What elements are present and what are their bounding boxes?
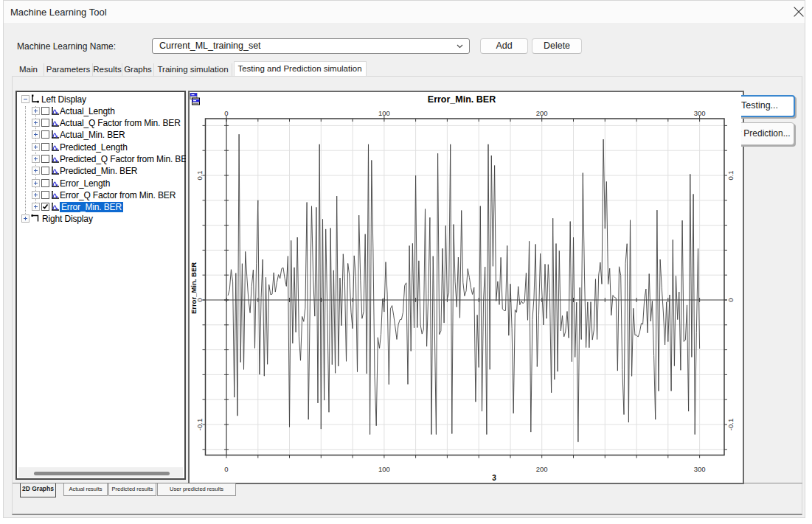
svg-text:Error_Min. BER: Error_Min. BER: [428, 94, 496, 105]
svg-text:200: 200: [536, 109, 548, 117]
svg-text:0: 0: [224, 109, 228, 117]
svg-text:-0.1: -0.1: [726, 419, 735, 430]
svg-text:0: 0: [726, 298, 735, 301]
svg-text:Error_Min. BER: Error_Min. BER: [190, 262, 198, 314]
svg-text:-0.1: -0.1: [195, 419, 204, 430]
svg-text:100: 100: [378, 109, 390, 117]
svg-text:300: 300: [694, 465, 706, 473]
svg-text:300: 300: [694, 109, 706, 117]
svg-text:3: 3: [492, 474, 496, 482]
svg-text:0.1: 0.1: [195, 170, 204, 180]
svg-text:0: 0: [224, 465, 228, 473]
svg-text:0.1: 0.1: [726, 170, 735, 180]
svg-text:200: 200: [536, 465, 548, 473]
svg-text:100: 100: [378, 465, 390, 473]
